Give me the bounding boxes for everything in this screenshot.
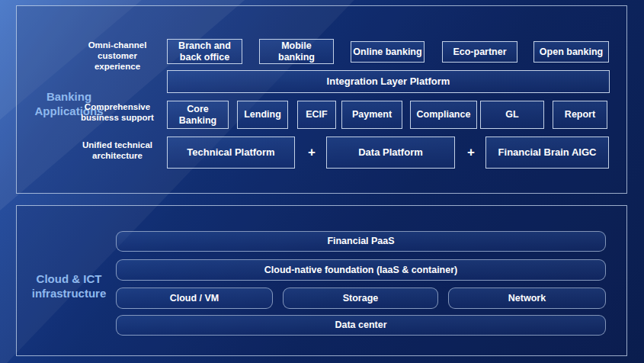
architecture-diagram: Banking Applications Omni-channel custom… [0, 0, 644, 363]
box-core-banking: Core Banking [167, 101, 229, 129]
label-unified-technical-architecture: Unified technical architecture [72, 140, 162, 161]
box-data-center: Data center [116, 315, 606, 336]
box-mobile-banking: Mobile banking [259, 39, 334, 64]
box-gl: GL [480, 101, 544, 129]
box-network: Network [448, 288, 606, 309]
box-open-banking: Open banking [533, 41, 609, 63]
box-compliance: Compliance [410, 101, 477, 129]
box-financial-brain-aigc: Financial Brain AIGC [485, 137, 609, 169]
cloud-ict-infrastructure-title: Cloud & ICT infrastructure [18, 271, 120, 300]
box-integration-layer-platform: Integration Layer Platform [167, 70, 610, 93]
label-comprehensive-business-support: Comprehensive business support [72, 101, 162, 123]
box-cloud-native-foundation: Cloud-native foundation (IaaS & containe… [116, 259, 606, 281]
box-cloud-vm: Cloud / VM [116, 288, 273, 309]
box-financial-paas: Financial PaaS [116, 231, 606, 252]
box-eco-partner: Eco-partner [442, 41, 517, 63]
box-storage: Storage [283, 288, 438, 309]
label-omni-channel-customer-experience: Omni-channel customer experience [72, 40, 162, 72]
box-ecif: ECIF [297, 101, 336, 129]
box-technical-platform: Technical Platform [167, 137, 295, 169]
box-online-banking: Online banking [351, 41, 425, 63]
plus-separator: + [463, 137, 479, 169]
box-report: Report [553, 101, 607, 129]
box-branch-and-back-office: Branch and back office [167, 39, 242, 64]
box-lending: Lending [237, 101, 288, 129]
plus-separator: + [303, 137, 320, 169]
box-payment: Payment [341, 101, 402, 129]
box-data-platform: Data Platform [326, 137, 455, 169]
